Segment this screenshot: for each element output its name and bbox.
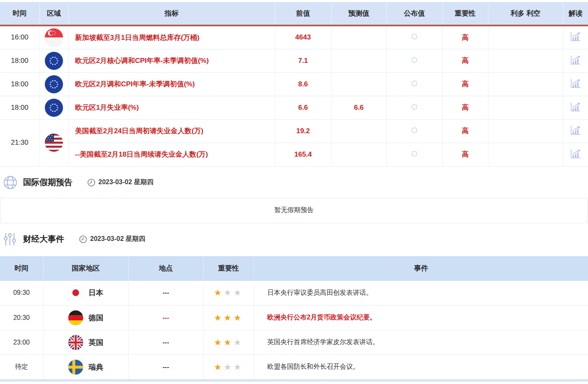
published-value xyxy=(386,119,442,143)
event-row: 待定 瑞典 ---★★★欧盟各国防长和外长召开会议。 xyxy=(0,355,588,379)
bias-cell xyxy=(488,119,563,143)
bias-cell xyxy=(488,25,563,49)
country-name: 瑞典 xyxy=(88,362,103,372)
chart-interpret-icon[interactable] xyxy=(570,149,581,159)
col-header-event-importance: 重要性 xyxy=(203,256,254,281)
event-time: 09:30 xyxy=(0,281,43,305)
indicator-link[interactable]: 欧元区2月核心调和CPI年率-未季调初值(%) xyxy=(75,57,209,65)
star-rating-icon: ★★★ xyxy=(214,288,243,297)
previous-value: 7.1 xyxy=(275,49,331,72)
event-time: 23:00 xyxy=(0,330,43,355)
published-value xyxy=(386,25,442,49)
previous-value: 8.6 xyxy=(275,72,331,96)
interpret-cell xyxy=(563,72,588,96)
previous-value: 19.2 xyxy=(275,119,331,143)
importance-stars: ★★★ xyxy=(203,355,254,379)
event-description: 日本央行审议委员高田创发表讲话。 xyxy=(254,281,588,305)
chart-interpret-icon[interactable] xyxy=(570,32,581,42)
uk-flag-icon xyxy=(68,335,83,350)
col-header-event: 事件 xyxy=(254,256,588,281)
event-time: 16:00 xyxy=(0,25,40,49)
importance-value: 高 xyxy=(442,143,488,166)
bias-cell xyxy=(488,143,563,166)
country-name: 日本 xyxy=(88,288,103,298)
events-section-title: 财经大事件 xyxy=(23,234,64,245)
col-header-bias: 利多 利空 xyxy=(488,2,563,25)
loading-spinner-icon xyxy=(411,127,417,133)
loading-spinner-icon xyxy=(411,81,417,86)
chart-interpret-icon[interactable] xyxy=(570,125,581,135)
region-cell xyxy=(40,96,68,119)
interpret-cell xyxy=(563,96,588,119)
importance-stars: ★★★ xyxy=(203,305,254,330)
events-date-text: 2023-03-02 星期四 xyxy=(90,235,145,243)
economic-calendar-table: 时间 区域 指标 前值 预测值 公布值 重要性 利多 利空 解读 16:00 新… xyxy=(0,2,588,167)
indicator-link[interactable]: 欧元区1月失业率(%) xyxy=(75,104,139,111)
published-value xyxy=(386,143,442,166)
us-flag-icon xyxy=(45,134,63,152)
eu-flag-icon xyxy=(45,52,63,70)
chart-interpret-icon[interactable] xyxy=(570,55,581,65)
region-cell xyxy=(40,25,68,49)
indicator-link[interactable]: 美国截至2月24日当周初请失业金人数(万) xyxy=(75,127,204,135)
forecast-value xyxy=(331,119,386,143)
sliders-icon xyxy=(3,232,17,246)
indicator-link[interactable]: 欧元区2月调和CPI年率-未季调初值(%) xyxy=(75,80,195,88)
holiday-empty-box: 暂无假期预告 xyxy=(0,198,588,223)
calendar-row: 21:30 美国截至2月24日当周初请失业金人数(万)19.2高 xyxy=(0,119,588,143)
col-header-event-time: 时间 xyxy=(0,256,43,281)
singapore-flag-icon xyxy=(45,28,63,46)
country-cell: 瑞典 xyxy=(43,355,128,379)
col-header-forecast: 预测值 xyxy=(331,2,386,25)
region-cell xyxy=(40,49,68,72)
calendar-row: --美国截至2月18日当周续请失业金人数(万)165.4高 xyxy=(0,143,588,166)
indicator-link[interactable]: 新加坡截至3月1日当周燃料总库存(万桶) xyxy=(75,34,200,42)
interpret-cell xyxy=(563,49,588,72)
chart-interpret-icon[interactable] xyxy=(570,102,581,112)
clock-icon xyxy=(87,178,95,187)
country-cell: 日本 xyxy=(43,281,128,305)
bias-cell xyxy=(488,72,563,96)
location-cell: --- xyxy=(128,330,203,355)
previous-value: 4643 xyxy=(275,25,331,49)
indicator-cell: 新加坡截至3月1日当周燃料总库存(万桶) xyxy=(68,25,275,49)
holiday-date-text: 2023-03-02 星期四 xyxy=(98,178,153,187)
indicator-cell: --美国截至2月18日当周续请失业金人数(万) xyxy=(68,143,275,166)
country-cell: 德国 xyxy=(43,305,128,330)
event-description: 欧盟各国防长和外长召开会议。 xyxy=(254,355,588,379)
next-section-header-strip xyxy=(0,379,588,382)
calendar-row: 18:00 欧元区2月核心调和CPI年率-未季调初值(%)7.1高 xyxy=(0,49,588,72)
country-name: 德国 xyxy=(88,313,103,323)
event-row: 23:00 英国 ---★★★英国央行首席经济学家皮尔发表讲话。 xyxy=(0,330,588,355)
interpret-cell xyxy=(563,119,588,143)
forecast-value: 6.6 xyxy=(331,96,386,119)
forecast-value xyxy=(331,143,386,166)
calendar-row: 18:00 欧元区2月调和CPI年率-未季调初值(%)8.6高 xyxy=(0,72,588,96)
importance-value: 高 xyxy=(442,72,488,96)
eu-flag-icon xyxy=(45,99,63,117)
col-header-time: 时间 xyxy=(0,2,40,25)
importance-stars: ★★★ xyxy=(203,330,254,355)
col-header-importance: 重要性 xyxy=(442,2,488,25)
published-value xyxy=(386,72,442,96)
importance-value: 高 xyxy=(442,25,488,49)
loading-spinner-icon xyxy=(411,57,417,63)
event-time: 18:00 xyxy=(0,72,40,96)
japan-flag-icon xyxy=(68,285,83,300)
bias-cell xyxy=(488,96,563,119)
forecast-value xyxy=(331,49,386,72)
chart-interpret-icon[interactable] xyxy=(570,79,581,88)
eu-flag-icon xyxy=(45,75,63,93)
published-value xyxy=(386,96,442,119)
event-time: 21:30 xyxy=(0,119,40,166)
sweden-flag-icon xyxy=(68,360,83,375)
indicator-cell: 欧元区1月失业率(%) xyxy=(68,96,275,119)
loading-spinner-icon xyxy=(411,151,417,157)
events-section-date: 2023-03-02 星期四 xyxy=(79,235,145,243)
col-header-published: 公布值 xyxy=(386,2,442,25)
importance-value: 高 xyxy=(442,96,488,119)
col-header-location: 地点 xyxy=(128,256,203,281)
indicator-link[interactable]: --美国截至2月18日当周续请失业金人数(万) xyxy=(75,150,208,158)
loading-spinner-icon xyxy=(411,34,417,39)
event-row: 09:30 日本 ---★★★日本央行审议委员高田创发表讲话。 xyxy=(0,281,588,305)
